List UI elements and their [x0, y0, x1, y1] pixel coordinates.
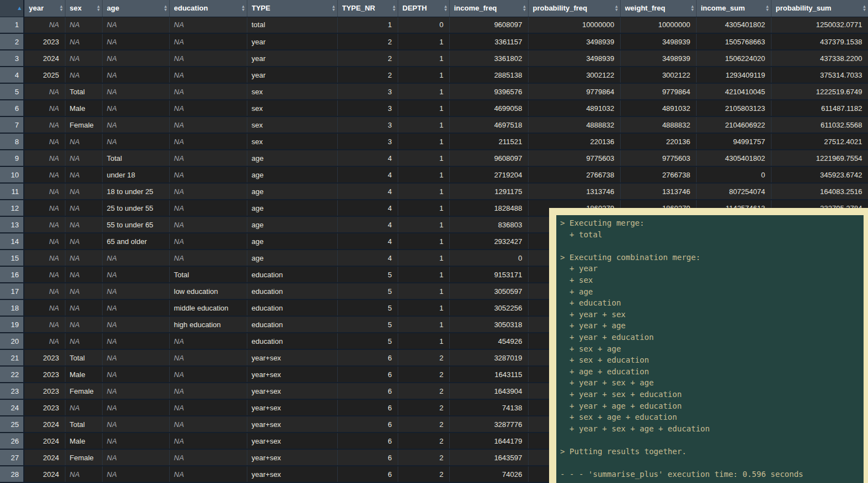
cell-age: NA — [102, 266, 169, 283]
cell-year: 2024 — [24, 50, 65, 67]
cell-education: NA — [169, 100, 247, 116]
cell-income_sum: 2105803123 — [696, 100, 771, 116]
row-number: 6 — [0, 100, 24, 116]
cell-income_sum: 1506224020 — [696, 50, 771, 67]
cell-probability_sum: 345923.6742 — [771, 166, 868, 183]
cell-weight_freq: 9775603 — [620, 150, 696, 166]
column-header-probability_sum[interactable]: probability_sum▴▾ — [771, 0, 868, 17]
column-header-weight_freq[interactable]: weight_freq▴▾ — [620, 0, 696, 17]
cell-year: 2024 — [24, 416, 65, 433]
cell-age: 25 to under 55 — [102, 200, 169, 216]
cell-age: 55 to under 65 — [102, 216, 169, 233]
cell-DEPTH: 2 — [398, 416, 449, 433]
cell-sex: Total — [65, 416, 102, 433]
cell-DEPTH: 2 — [398, 399, 449, 416]
cell-age: NA — [102, 449, 169, 466]
table-row: 6NAMaleNANAsex31469905848910324891032210… — [0, 100, 868, 116]
cell-TYPE_NR: 3 — [337, 133, 398, 150]
column-header-age[interactable]: age▴▾ — [102, 0, 169, 17]
cell-education: low education — [169, 283, 247, 299]
cell-income_freq: 3287776 — [449, 416, 528, 433]
cell-year: NA — [24, 83, 65, 100]
cell-income_sum: 2104606922 — [696, 116, 771, 133]
cell-year: 2024 — [24, 449, 65, 466]
cell-year: NA — [24, 183, 65, 200]
cell-education: NA — [169, 216, 247, 233]
column-header-sex[interactable]: sex▴▾ — [65, 0, 102, 17]
cell-TYPE_NR: 6 — [337, 466, 398, 482]
cell-income_freq: 9608097 — [449, 150, 528, 166]
cell-income_freq: 74138 — [449, 399, 528, 416]
cell-DEPTH: 2 — [398, 449, 449, 466]
column-header-probability_freq[interactable]: probability_freq▴▾ — [528, 0, 620, 17]
cell-DEPTH: 2 — [398, 433, 449, 449]
cell-probability_sum: 1250032.0771 — [771, 17, 868, 33]
column-header-DEPTH[interactable]: DEPTH▴▾ — [398, 0, 449, 17]
corner-header-sorted[interactable]: ▴ — [0, 0, 24, 17]
cell-probability_sum: 375314.7033 — [771, 67, 868, 83]
cell-TYPE_NR: 6 — [337, 349, 398, 366]
cell-sex: NA — [65, 250, 102, 266]
cell-TYPE_NR: 4 — [337, 216, 398, 233]
cell-DEPTH: 1 — [398, 133, 449, 150]
row-number: 25 — [0, 416, 24, 433]
cell-TYPE: year — [247, 67, 337, 83]
column-label: education — [174, 4, 208, 12]
cell-education: NA — [169, 349, 247, 366]
cell-income_freq: 9608097 — [449, 17, 528, 33]
cell-TYPE: age — [247, 200, 337, 216]
cell-sex: Female — [65, 449, 102, 466]
cell-year: NA — [24, 250, 65, 266]
column-header-TYPE_NR[interactable]: TYPE_NR▴▾ — [337, 0, 398, 17]
table-row: 7NAFemaleNANAsex314697518488883248888322… — [0, 116, 868, 133]
column-header-income_freq[interactable]: income_freq▴▾ — [449, 0, 528, 17]
cell-TYPE_NR: 5 — [337, 299, 398, 316]
cell-year: NA — [24, 299, 65, 316]
cell-education: NA — [169, 150, 247, 166]
cell-sex: NA — [65, 150, 102, 166]
row-number: 3 — [0, 50, 24, 67]
cell-TYPE_NR: 1 — [337, 17, 398, 33]
cell-TYPE: age — [247, 250, 337, 266]
cell-TYPE: year+sex — [247, 399, 337, 416]
column-header-education[interactable]: education▴▾ — [169, 0, 247, 17]
cell-education: middle education — [169, 299, 247, 316]
cell-income_freq: 1643597 — [449, 449, 528, 466]
cell-income_freq: 2932427 — [449, 233, 528, 250]
cell-income_freq: 0 — [449, 250, 528, 266]
cell-income_freq: 3361802 — [449, 50, 528, 67]
cell-income_freq: 1643115 — [449, 366, 528, 383]
column-label: sex — [70, 4, 82, 12]
row-number: 22 — [0, 366, 24, 383]
cell-TYPE_NR: 6 — [337, 416, 398, 433]
cell-TYPE: education — [247, 316, 337, 333]
cell-TYPE_NR: 3 — [337, 83, 398, 100]
column-label: weight_freq — [625, 4, 666, 12]
cell-education: NA — [169, 233, 247, 250]
cell-DEPTH: 2 — [398, 466, 449, 482]
cell-education: NA — [169, 466, 247, 482]
table-row: 11NANA18 to under 25NAage411291175131374… — [0, 183, 868, 200]
cell-TYPE_NR: 6 — [337, 383, 398, 399]
row-number: 10 — [0, 166, 24, 183]
cell-income_sum: 1293409119 — [696, 67, 771, 83]
cell-year: NA — [24, 283, 65, 299]
column-label: DEPTH — [403, 4, 427, 12]
cell-TYPE_NR: 5 — [337, 283, 398, 299]
cell-income_sum: 0 — [696, 166, 771, 183]
cell-sex: NA — [65, 17, 102, 33]
cell-TYPE: year+sex — [247, 416, 337, 433]
cell-education: NA — [169, 67, 247, 83]
column-header-income_sum[interactable]: income_sum▴▾ — [696, 0, 771, 17]
cell-TYPE_NR: 4 — [337, 166, 398, 183]
column-header-year[interactable]: year▴▾ — [24, 0, 65, 17]
cell-sex: NA — [65, 216, 102, 233]
cell-year: NA — [24, 133, 65, 150]
cell-probability_freq: 3002122 — [528, 67, 620, 83]
column-header-TYPE[interactable]: TYPE▴▾ — [247, 0, 337, 17]
cell-income_sum: 4210410045 — [696, 83, 771, 100]
cell-income_freq: 3361157 — [449, 33, 528, 50]
cell-DEPTH: 1 — [398, 116, 449, 133]
cell-TYPE: year+sex — [247, 449, 337, 466]
cell-education: NA — [169, 333, 247, 349]
